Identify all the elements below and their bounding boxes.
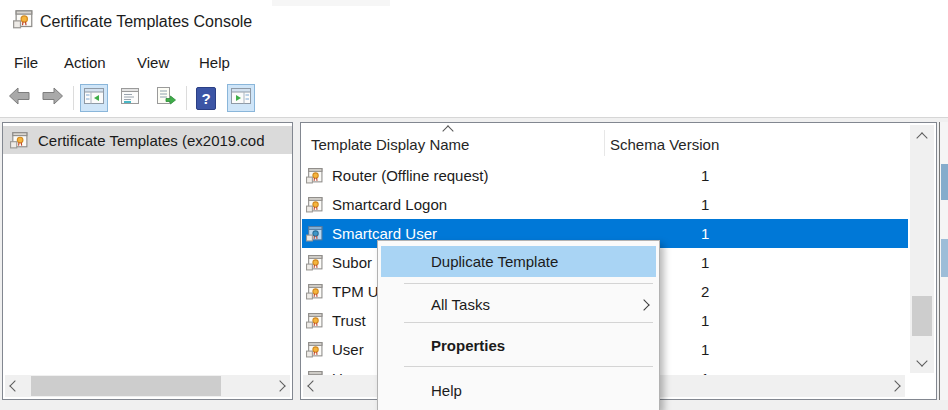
certificate-template-icon [306,283,323,300]
menu-item-help[interactable]: Help [381,375,656,406]
back-button[interactable] [5,84,33,112]
menu-view[interactable]: View [137,50,169,76]
scrollbar-thumb[interactable] [31,376,221,396]
certificate-template-icon [306,341,323,358]
show-action-pane-icon [230,86,252,110]
certificate-templates-console-icon [13,9,33,29]
certificate-template-icon [306,225,323,242]
scroll-left-arrow[interactable] [303,375,320,397]
menu-item-duplicate-template[interactable]: Duplicate Template [381,246,656,277]
template-display-name: Subor [332,254,372,271]
export-list-icon [154,86,176,110]
toolbar-separator [73,86,74,110]
export-list-button[interactable] [151,84,179,112]
console-tree-pane: Certificate Templates (ex2019.cod [2,122,293,400]
show-action-pane-button[interactable] [227,84,255,112]
template-display-name: Smartcard Logon [332,196,447,213]
scrollbar-thumb[interactable] [912,296,932,336]
menu-item-properties[interactable]: Properties [381,330,656,361]
menu-item-all-tasks[interactable]: All Tasks [381,289,656,320]
certificate-template-icon [306,196,323,213]
scroll-left-arrow[interactable] [5,375,22,397]
show-console-tree-button[interactable] [80,84,108,112]
table-row[interactable]: Smartcard Logon1 [302,190,908,219]
certificate-template-icon [306,312,323,329]
forward-arrow-icon [41,86,65,110]
forward-button[interactable] [39,84,67,112]
certificate-template-icon [306,254,323,271]
scroll-right-arrow[interactable] [888,375,905,397]
properties-button[interactable] [116,84,144,112]
certificate-template-icon [306,167,323,184]
template-display-name: Trust [332,312,366,329]
action-pane-item-fragment [941,164,948,200]
schema-version-value: 1 [701,341,709,358]
template-display-name: TPM U [332,283,379,300]
menu-separator [404,283,653,284]
menu-separator [404,322,653,323]
schema-version-value: 1 [701,312,709,329]
menu-action[interactable]: Action [64,50,106,76]
scroll-down-arrow[interactable] [913,351,930,373]
show-console-tree-icon [83,86,105,110]
scroll-right-arrow[interactable] [273,375,290,397]
properties-window-icon [119,86,141,110]
toolbar: ? [0,80,948,118]
left-pane-horizontal-scrollbar[interactable] [5,375,290,397]
schema-version-value: 1 [701,254,709,271]
list-header: Template Display Name Schema Version [301,123,936,161]
back-arrow-icon [7,86,31,110]
action-pane-item-fragment [941,239,948,277]
column-separator[interactable] [604,130,605,156]
tree-node-label: Certificate Templates (ex2019.cod [38,132,265,149]
scroll-up-arrow[interactable] [913,125,930,147]
menu-separator [404,366,653,367]
context-menu: Duplicate Template All Tasks Properties … [377,240,660,410]
column-header-schema-version[interactable]: Schema Version [610,123,719,161]
toolbar-separator [186,86,187,110]
help-button[interactable]: ? [192,84,220,112]
window-title: Certificate Templates Console [40,11,252,33]
screenshot-artifact [272,0,390,6]
template-display-name: User [332,341,364,358]
menu-file[interactable]: File [14,50,38,76]
table-row[interactable]: Router (Offline request)1 [302,161,908,190]
template-display-name: Router (Offline request) [332,167,488,184]
tree-node-certificate-templates[interactable]: Certificate Templates (ex2019.cod [3,126,292,154]
menu-help[interactable]: Help [199,50,230,76]
list-vertical-scrollbar[interactable] [910,125,934,373]
schema-version-value: 1 [701,196,709,213]
action-pane-sliver [939,122,948,400]
help-icon: ? [196,87,216,110]
certificate-templates-icon [10,131,28,149]
schema-version-value: 1 [701,225,709,242]
schema-version-value: 2 [701,283,709,300]
schema-version-value: 1 [701,167,709,184]
